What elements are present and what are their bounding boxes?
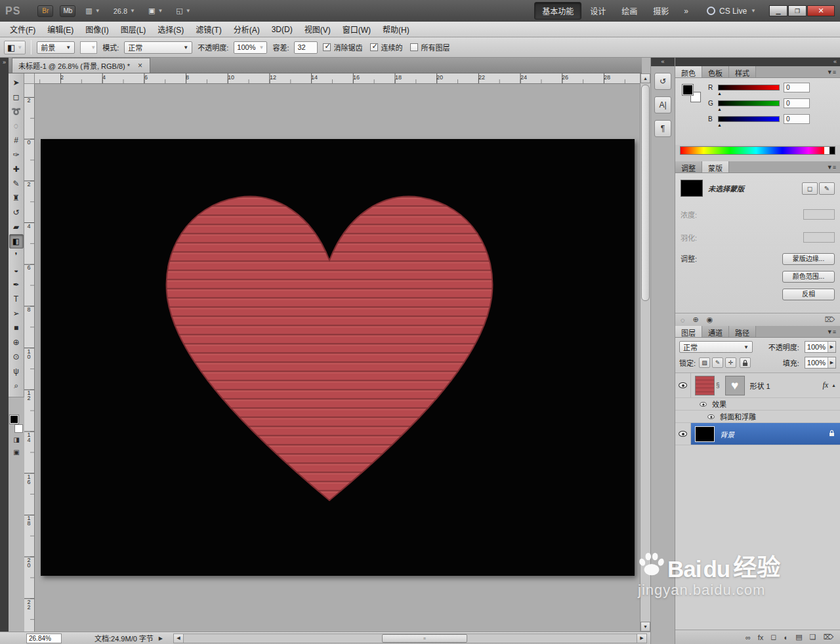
slider-marker-icon[interactable]: ▲ bbox=[717, 91, 722, 96]
tab-adjustments[interactable]: 调整 bbox=[675, 161, 702, 172]
lasso-tool[interactable]: ➰ bbox=[9, 104, 24, 119]
lock-pixels-icon[interactable]: ✎ bbox=[712, 357, 723, 368]
effects-row[interactable]: 效果 bbox=[675, 398, 840, 411]
tab-masks[interactable]: 蒙版 bbox=[702, 161, 729, 172]
delete-layer-icon[interactable]: ⌦ bbox=[823, 633, 833, 641]
add-layer-mask-icon[interactable]: ◻ bbox=[770, 633, 776, 641]
background-color-swatch[interactable] bbox=[14, 424, 23, 433]
apply-mask-icon[interactable]: ⊕ bbox=[693, 315, 699, 324]
link-layers-icon[interactable]: ∞ bbox=[746, 634, 751, 641]
panel-menu-icon[interactable]: ▼≡ bbox=[823, 69, 840, 77]
horizontal-ruler[interactable]: 246810121416182022242628 bbox=[35, 73, 640, 84]
layer-name[interactable]: 形状 1 bbox=[750, 380, 770, 391]
tab-close-icon[interactable]: × bbox=[136, 61, 144, 70]
crop-tool[interactable]: # bbox=[9, 133, 24, 148]
scroll-right-icon[interactable]: ▶ bbox=[637, 634, 646, 643]
color-range-button[interactable]: 颜色范围... bbox=[782, 271, 835, 283]
menu-item[interactable]: 分析(A) bbox=[228, 22, 266, 37]
quick-mask-button[interactable]: ◨ bbox=[9, 433, 24, 446]
tab-swatches[interactable]: 色板 bbox=[702, 66, 729, 77]
restore-button[interactable]: ❐ bbox=[788, 5, 807, 16]
panel-menu-icon[interactable]: ▼≡ bbox=[823, 164, 840, 172]
layer-style-icon[interactable]: fx bbox=[758, 634, 764, 641]
tab-paths[interactable]: 路径 bbox=[729, 326, 756, 337]
lock-all-icon[interactable] bbox=[740, 357, 751, 368]
effects-visibility-icon[interactable] bbox=[700, 401, 706, 406]
menu-item[interactable]: 文件(F) bbox=[4, 22, 41, 37]
scroll-up-icon[interactable]: ▲ bbox=[640, 73, 650, 83]
mask-selection-icon[interactable]: ◌ bbox=[681, 316, 685, 324]
document-tab[interactable]: 未标题-1 @ 26.8% (背景, RGB/8) * × bbox=[12, 58, 150, 73]
tool-preset-picker[interactable]: ◧▼ bbox=[4, 41, 26, 54]
vertical-ruler[interactable]: 20246810121416182022 bbox=[24, 84, 35, 632]
bridge-button[interactable]: Br bbox=[37, 5, 53, 17]
zoom-percent-input[interactable]: 26.84% bbox=[26, 634, 62, 643]
history-brush-tool[interactable]: ↺ bbox=[9, 205, 24, 220]
panel-menu-icon[interactable]: ▼≡ bbox=[823, 329, 840, 337]
zoom-tool[interactable]: ⌕ bbox=[9, 378, 24, 393]
background-thumbnail[interactable] bbox=[695, 426, 715, 442]
invert-button[interactable]: 反相 bbox=[782, 289, 835, 300]
collapse-dock-icon[interactable]: « bbox=[675, 58, 840, 66]
color-spectrum-ramp[interactable] bbox=[680, 146, 835, 155]
paragraph-panel-icon[interactable]: ¶ bbox=[654, 120, 671, 137]
channel-value-input[interactable]: 0 bbox=[784, 98, 810, 108]
collapse-tools-icon[interactable]: » bbox=[0, 59, 9, 66]
view-extras-button[interactable]: ▥▼ bbox=[82, 5, 103, 16]
tab-channels[interactable]: 通道 bbox=[702, 326, 729, 337]
color-swatch-control[interactable] bbox=[9, 415, 24, 433]
channel-value-input[interactable]: 0 bbox=[784, 114, 810, 124]
tolerance-input[interactable]: 32 bbox=[294, 41, 318, 54]
vertical-scrollbar-thumb[interactable] bbox=[641, 85, 650, 301]
layer-visibility-icon[interactable] bbox=[679, 431, 687, 437]
channel-slider[interactable]: ▲ bbox=[718, 100, 780, 106]
pattern-swatch-picker[interactable]: ▼ bbox=[80, 41, 97, 54]
layer-name[interactable]: 背景 bbox=[720, 429, 734, 439]
channel-value-input[interactable]: 0 bbox=[784, 83, 810, 92]
cs-live-button[interactable]: CS Live▼ bbox=[707, 7, 756, 16]
layer-row-shape[interactable]: § ♥ 形状 1 fx ▲ bbox=[675, 373, 840, 398]
brush-tool[interactable]: ✎ bbox=[9, 176, 24, 191]
pen-tool[interactable]: ✒ bbox=[9, 277, 24, 292]
screen-mode-toggle[interactable]: ▣ bbox=[9, 446, 24, 458]
menu-item[interactable]: 图像(I) bbox=[79, 22, 114, 37]
fill-source-dropdown[interactable]: 前景▼ bbox=[37, 41, 75, 54]
feather-input[interactable] bbox=[803, 232, 835, 243]
3d-rotate-tool[interactable]: ⊕ bbox=[9, 335, 24, 350]
document-canvas[interactable] bbox=[41, 139, 635, 576]
path-selection-tool[interactable]: ➢ bbox=[9, 306, 24, 321]
workspace-overflow-button[interactable]: » bbox=[680, 7, 692, 16]
move-tool[interactable]: ➤ bbox=[9, 75, 24, 90]
workspace-tab-essentials[interactable]: 基本功能 bbox=[534, 2, 581, 20]
workspace-tab-photography[interactable]: 摄影 bbox=[646, 3, 676, 19]
collapse-effects-icon[interactable]: ▲ bbox=[831, 383, 836, 388]
foreground-color-swatch[interactable] bbox=[10, 415, 18, 424]
menu-item[interactable]: 帮助(H) bbox=[377, 22, 415, 37]
tab-layers[interactable]: 图层 bbox=[675, 326, 702, 337]
blur-tool[interactable]: ❜ bbox=[9, 249, 24, 263]
arrange-documents-button[interactable]: ▣▼ bbox=[145, 5, 166, 16]
rectangular-marquee-tool[interactable]: ◻ bbox=[9, 90, 24, 104]
layer-thumbnail[interactable] bbox=[695, 376, 715, 395]
lock-position-icon[interactable]: ✛ bbox=[725, 357, 736, 368]
layer-fill-field[interactable]: 100%▶ bbox=[805, 357, 836, 369]
minimize-button[interactable]: ▁ bbox=[769, 5, 788, 16]
channel-slider[interactable]: ▲ bbox=[718, 116, 780, 122]
tab-color[interactable]: 颜色 bbox=[675, 66, 702, 77]
contiguous-checkbox[interactable]: 连续的 bbox=[370, 42, 402, 52]
anti-alias-checkbox[interactable]: 消除锯齿 bbox=[323, 42, 362, 52]
new-layer-icon[interactable]: ❏ bbox=[810, 633, 816, 641]
eyedropper-tool[interactable]: ✑ bbox=[9, 148, 24, 162]
menu-item[interactable]: 图层(L) bbox=[115, 22, 152, 37]
paint-bucket-tool[interactable]: ◧ bbox=[9, 234, 24, 249]
mask-edge-button[interactable]: 蒙版边缘... bbox=[782, 253, 835, 265]
add-vector-mask-icon[interactable]: ✎ bbox=[819, 182, 835, 195]
menu-item[interactable]: 编辑(E) bbox=[41, 22, 79, 37]
menu-item[interactable]: 选择(S) bbox=[152, 22, 190, 37]
status-popup-icon[interactable]: ▶ bbox=[159, 635, 163, 641]
opacity-field[interactable]: 100%▼ bbox=[234, 41, 267, 54]
all-layers-checkbox[interactable]: 所有图层 bbox=[410, 42, 450, 52]
expand-dock-icon[interactable]: « bbox=[651, 58, 675, 66]
menu-item[interactable]: 滤镜(T) bbox=[190, 22, 227, 37]
ruler-corner[interactable] bbox=[24, 73, 35, 84]
